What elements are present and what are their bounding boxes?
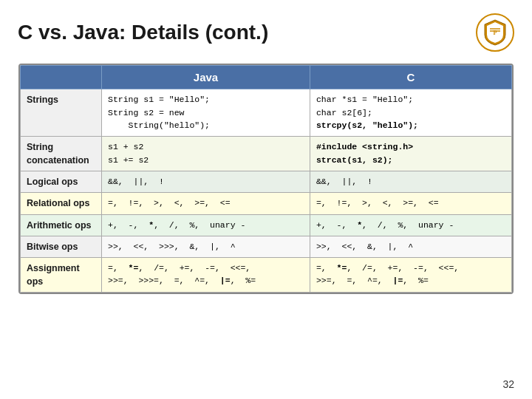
row-label-arithmetic: Arithmetic ops [21, 214, 102, 236]
table-header-row: Java C [21, 66, 512, 89]
row-c-bitwise: >>, <<, &, |, ^ [310, 236, 511, 257]
row-c-strings: char *s1 = "Hello";char s2[6];strcpy(s2,… [310, 89, 511, 137]
row-java-strings: String s1 = "Hello";String s2 = new Stri… [102, 89, 310, 137]
row-java-bitwise: >>, <<, >>>, &, |, ^ [102, 236, 310, 257]
table-row: Bitwise ops >>, <<, >>>, &, |, ^ >>, <<,… [21, 236, 512, 257]
comparison-table: Java C Strings String s1 = "Hello";Strin… [18, 64, 514, 294]
row-c-relational: =, !=, >, <, >=, <= [310, 193, 511, 214]
page: C vs. Java: Details (cont.) P Java C [0, 0, 532, 399]
col-header-c: C [310, 66, 511, 89]
row-label-relational: Relational ops [21, 193, 102, 214]
row-c-concat: #include <string.h>strcat(s1, s2); [310, 137, 511, 171]
row-java-relational: =, !=, >, <, >=, <= [102, 193, 310, 214]
page-number: 32 [502, 378, 514, 390]
table: Java C Strings String s1 = "Hello";Strin… [20, 65, 512, 293]
row-java-arithmetic: +, -, *, /, %, unary - [102, 214, 310, 236]
table-row: String concatenation s1 + s2s1 += s2 #in… [21, 137, 512, 171]
row-c-assignment: =, *=, /=, +=, -=, <<=,>>=, =, ^=, |=, %… [310, 257, 511, 292]
row-label-logical: Logical ops [21, 171, 102, 193]
row-label-strings: Strings [21, 89, 102, 137]
row-label-bitwise: Bitwise ops [21, 236, 102, 257]
logo: P [476, 13, 514, 52]
page-title: C vs. Java: Details (cont.) [18, 21, 268, 44]
col-header-java: Java [102, 66, 310, 89]
table-row: Logical ops &&, ||, ! &&, ||, ! [21, 171, 512, 193]
row-java-assignment: =, *=, /=, +=, -=, <<=,>>=, >>>=, =, ^=,… [102, 257, 310, 292]
row-label-assignment: Assignment ops [21, 257, 102, 292]
row-java-logical: &&, ||, ! [102, 171, 310, 193]
row-java-concat: s1 + s2s1 += s2 [102, 137, 310, 171]
table-row: Relational ops =, !=, >, <, >=, <= =, !=… [21, 193, 512, 214]
col-header-label [21, 66, 102, 89]
row-c-arithmetic: +, -, *, /, %, unary - [310, 214, 511, 236]
princeton-shield-icon: P [483, 18, 507, 47]
title-bar: C vs. Java: Details (cont.) P [18, 13, 514, 52]
table-row: Arithmetic ops +, -, *, /, %, unary - +,… [21, 214, 512, 236]
row-label-concat: String concatenation [21, 137, 102, 171]
table-row: Strings String s1 = "Hello";String s2 = … [21, 89, 512, 137]
row-c-logical: &&, ||, ! [310, 171, 511, 193]
table-row: Assignment ops =, *=, /=, +=, -=, <<=,>>… [21, 257, 512, 292]
